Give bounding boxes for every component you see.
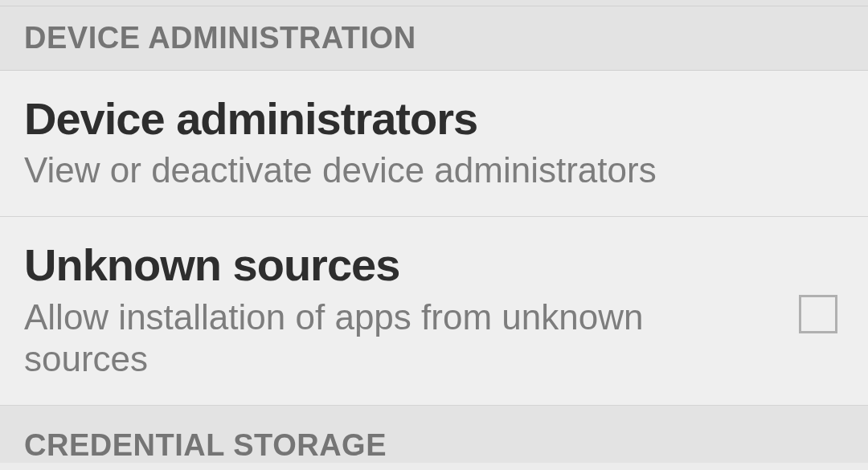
setting-item-text: Unknown sources Allow installation of ap…: [24, 239, 767, 381]
top-divider: [0, 0, 868, 6]
section-header-device-administration: DEVICE ADMINISTRATION: [0, 6, 868, 71]
section-header-label: CREDENTIAL STORAGE: [24, 428, 844, 463]
setting-item-subtitle: Allow installation of apps from unknown …: [24, 296, 723, 382]
section-header-credential-storage: CREDENTIAL STORAGE: [0, 406, 868, 463]
setting-item-title: Device administrators: [24, 93, 844, 145]
setting-item-title: Unknown sources: [24, 239, 767, 291]
setting-item-device-administrators[interactable]: Device administrators View or deactivate…: [0, 71, 868, 217]
section-header-label: DEVICE ADMINISTRATION: [24, 21, 844, 55]
setting-item-text: Device administrators View or deactivate…: [24, 93, 844, 192]
setting-item-unknown-sources[interactable]: Unknown sources Allow installation of ap…: [0, 217, 868, 406]
setting-item-subtitle: View or deactivate device administrators: [24, 149, 723, 192]
unknown-sources-checkbox[interactable]: [799, 295, 837, 333]
